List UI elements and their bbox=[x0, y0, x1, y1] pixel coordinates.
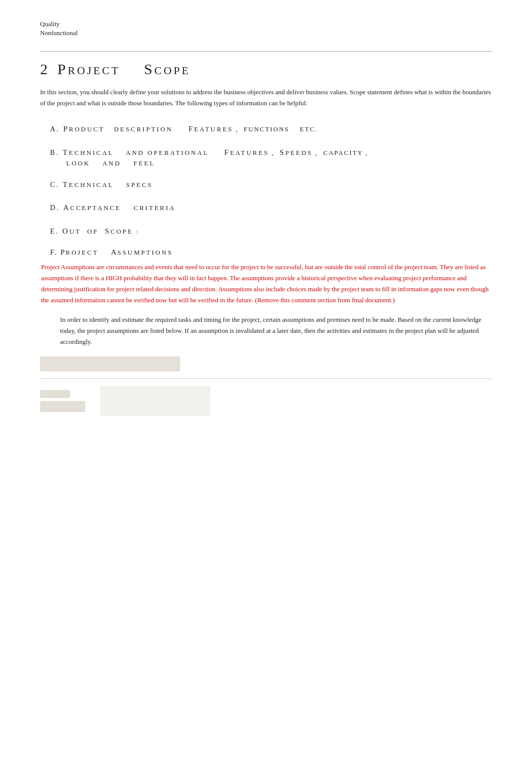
item-b-rest: ECHNICAL AND OPERATIONAL bbox=[69, 149, 224, 156]
page: Quality Nonfunctional 2 PROJECT SCOPE In… bbox=[0, 0, 532, 780]
indented-block: In order to identify and estimate the re… bbox=[60, 314, 482, 347]
item-c-letter: C. bbox=[50, 181, 63, 188]
subsection-f-ssumptions: SSUMPTIONS bbox=[117, 249, 173, 256]
list-item-e: E. OUT OF SCOPE : bbox=[50, 225, 492, 237]
item-c-rest: ECHNICAL SPECS bbox=[69, 181, 153, 188]
item-a-f: F bbox=[188, 125, 194, 133]
list-item-b: B. TECHNICAL AND OPERATIONAL FEATURES , … bbox=[50, 146, 492, 167]
nonfunctional-link[interactable]: Nonfunctional bbox=[40, 29, 492, 37]
comment-text: Project Assumptions are circumstances an… bbox=[40, 262, 492, 306]
item-b-comma: , bbox=[269, 149, 280, 156]
section-number: 2 bbox=[40, 61, 49, 77]
list-item-e-label: E. OUT OF SCOPE : bbox=[50, 225, 492, 237]
item-b-letter: B. bbox=[50, 149, 63, 156]
blurred-cell-1 bbox=[40, 390, 70, 398]
item-a-suffix: , FUNCTIONS ETC. bbox=[233, 125, 318, 133]
section-word2-p: S bbox=[144, 61, 154, 77]
item-e-ut: UT OF bbox=[69, 228, 105, 235]
indented-text: In order to identify and estimate the re… bbox=[60, 314, 482, 347]
list-item-b-label: B. TECHNICAL AND OPERATIONAL FEATURES , … bbox=[50, 146, 492, 158]
item-e-o: O bbox=[63, 227, 70, 235]
list-item-a-label: A. PRODUCT DESCRIPTION FEATURES , FUNCTI… bbox=[50, 123, 492, 135]
subsection-f-p: P bbox=[61, 248, 66, 256]
list-item-b-subline: LOOK AND FEEL bbox=[66, 159, 492, 167]
item-a-features-rest: EATURES bbox=[194, 125, 233, 133]
bottom-section bbox=[40, 378, 492, 421]
list-items: A. PRODUCT DESCRIPTION FEATURES , FUNCTI… bbox=[50, 123, 492, 237]
item-b-features-rest: EATURES bbox=[230, 149, 269, 156]
item-d-a: A bbox=[63, 204, 70, 212]
subsection-f-letter: F. bbox=[50, 248, 61, 256]
subsection-f-roject: ROJECT bbox=[66, 249, 111, 256]
item-e-s: S bbox=[105, 227, 110, 235]
section-word2-rest: COPE bbox=[154, 64, 190, 77]
section-word1-p: P bbox=[58, 61, 68, 77]
bottom-row bbox=[40, 386, 492, 416]
item-b-f: F bbox=[224, 148, 230, 156]
list-item-d: D. ACCEPTANCE CRITERIA bbox=[50, 202, 492, 214]
item-d-rest: CCEPTANCE CRITERIA bbox=[70, 204, 176, 212]
list-item-c-label: C. TECHNICAL SPECS bbox=[50, 178, 492, 190]
blurred-left bbox=[40, 390, 85, 412]
section-word1-rest: ROJECT bbox=[68, 64, 120, 77]
item-b-speeds: PEEDS bbox=[286, 149, 313, 156]
blurred-block-1 bbox=[40, 356, 180, 371]
intro-text: In this section, you should clearly defi… bbox=[40, 87, 492, 109]
item-e-letter: E. bbox=[50, 228, 63, 235]
item-a-p: P bbox=[63, 125, 69, 133]
top-divider bbox=[40, 51, 492, 52]
item-b-s: S bbox=[280, 148, 285, 156]
item-b-look: LOOK AND FEEL bbox=[66, 159, 155, 167]
item-a-letter: A. bbox=[50, 125, 63, 133]
blurred-area-1 bbox=[40, 356, 492, 371]
section-title: 2 PROJECT SCOPE bbox=[40, 61, 492, 78]
list-item-a: A. PRODUCT DESCRIPTION FEATURES , FUNCTI… bbox=[50, 123, 492, 135]
blurred-cell-2 bbox=[40, 401, 85, 412]
item-b-capacity: , CAPACITY , bbox=[313, 149, 368, 156]
item-e-colon: : bbox=[133, 228, 140, 235]
item-e-cope: COPE bbox=[110, 228, 133, 235]
top-links: Quality Nonfunctional bbox=[40, 20, 492, 37]
item-a-rest: RODUCT DESCRIPTION bbox=[69, 125, 188, 133]
subsection-f-a: A bbox=[111, 248, 117, 256]
subsection-f-title: F. PROJECT ASSUMPTIONS bbox=[40, 248, 492, 257]
list-item-d-label: D. ACCEPTANCE CRITERIA bbox=[50, 202, 492, 214]
list-item-c: C. TECHNICAL SPECS bbox=[50, 178, 492, 190]
item-c-t: T bbox=[63, 180, 69, 188]
quality-link[interactable]: Quality bbox=[40, 20, 492, 28]
item-d-letter: D. bbox=[50, 204, 63, 212]
item-b-t: T bbox=[63, 148, 69, 156]
blurred-right-box bbox=[100, 386, 210, 416]
